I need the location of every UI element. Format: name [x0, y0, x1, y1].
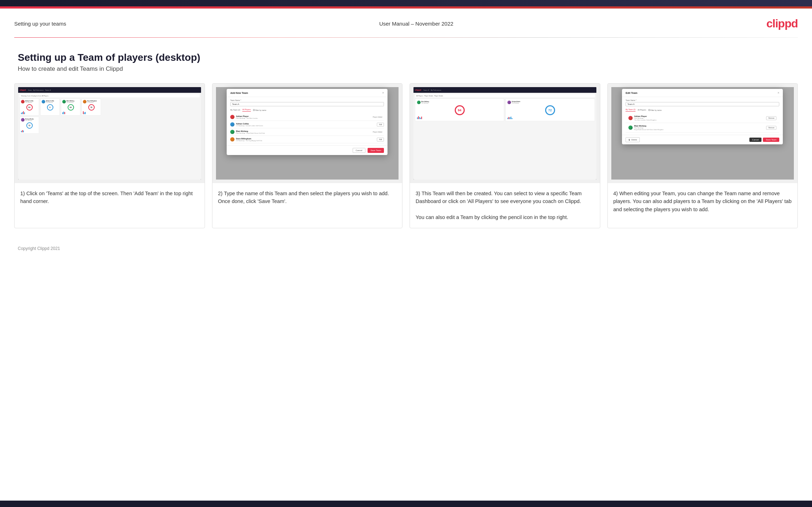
player-row-2: Adrian Coliba 1.5 Handicap · Central Lon…	[230, 121, 384, 128]
dash2-player-card-1: Blair McHarg Plus Handicap 94	[415, 98, 504, 121]
header-center-text: User Manual – November 2022	[379, 21, 453, 27]
player-row-3: Blair McHarg Plus Handicap · Royal North…	[230, 128, 384, 136]
save-team-button[interactable]: Save Team	[368, 148, 384, 153]
edit-modal-footer: 🗑 Delete Cancel Save Team	[622, 135, 783, 144]
edit-modal-header: Edit Team ×	[622, 89, 783, 97]
remove-player-1-button[interactable]: Remove	[766, 116, 776, 120]
avatar-4	[83, 100, 86, 103]
score-94: 94	[68, 104, 74, 111]
dash-nav-items: Home My Performance Teams ▼	[28, 89, 51, 91]
avatar-1	[21, 100, 25, 103]
header-divider	[14, 37, 798, 38]
dash-nav: clippd Home My Performance Teams ▼	[18, 87, 201, 93]
score-72: 72	[26, 122, 33, 129]
dash-player-card-4: Dave Billingham 3.6 Handicap 78	[81, 98, 101, 116]
card-2-text: 2) Type the name of this Team and then s…	[212, 183, 402, 228]
dash-player-card-5: Richard Butler Plus Handicap 72	[20, 117, 39, 134]
edit-team-name-input[interactable]: Team A	[626, 102, 779, 106]
edit-tab-my-team[interactable]: My Team (2)	[626, 108, 636, 112]
dash-players-grid: Adrian Coliba Plus Handicap 84	[20, 98, 200, 116]
dash2-content: All Players Player Details Player Detail…	[413, 93, 596, 180]
cards-container: clippd Home My Performance Teams ▼ Showi…	[0, 83, 812, 242]
card-3: clippd Teams ▼ My Performance All Player…	[410, 83, 600, 228]
avatar-5	[21, 118, 25, 122]
avatar-3	[62, 100, 66, 103]
page-title: Setting up a Team of players (desktop)	[18, 52, 794, 63]
card-1-text: 1) Click on 'Teams' at the top of the sc…	[15, 183, 205, 228]
modal-header: Add New Team ×	[227, 89, 387, 97]
player-avatar-4	[230, 137, 234, 142]
edit-modal-tabs: My Team (2) All Players Filter by name	[626, 108, 779, 112]
player-1-status: Player Added	[371, 116, 384, 119]
edit-cancel-button[interactable]: Cancel	[749, 138, 762, 142]
dash2-bars-1	[417, 116, 502, 119]
add-new-team-modal: Add New Team × Team Name * Team A My Tea…	[227, 89, 387, 155]
player-avatar-2	[230, 122, 234, 127]
edit-team-name-label: Team Name *	[626, 99, 779, 101]
mini-bars-4	[83, 111, 100, 114]
remove-player-2-button[interactable]: Remove	[766, 126, 776, 130]
player-row-1: Adrian Player Plus Handicap · The Shire …	[230, 113, 384, 121]
team-name-label: Team Name *	[230, 99, 384, 101]
edit-modal-close-icon[interactable]: ×	[777, 91, 779, 95]
dash-filter-bar: Showing 4 out of 4 players from: All Pla…	[20, 94, 200, 97]
edit-tab-filter: Filter by name	[648, 109, 662, 111]
tab-my-team[interactable]: My Team (2)	[230, 109, 240, 112]
player-list: Adrian Player Plus Handicap · The Shire …	[230, 113, 384, 143]
delete-button[interactable]: 🗑 Delete	[626, 137, 640, 142]
dash2-avatar-1	[417, 101, 421, 104]
bottom-bar	[0, 501, 812, 507]
edit-modal-title: Edit Team	[626, 92, 637, 94]
modal-background: Add New Team × Team Name * Team A My Tea…	[216, 87, 399, 180]
dash2-players-grid: Blair McHarg Plus Handicap 94	[415, 98, 595, 121]
tab-all-players[interactable]: All Players	[242, 108, 251, 112]
edit-player-info-1: Adrian Player Plus Handicap The Shire Lo…	[634, 115, 765, 121]
player-info-1: Adrian Player Plus Handicap · The Shire …	[236, 115, 369, 119]
edit-save-team-button[interactable]: Save Team	[763, 138, 779, 142]
card-4-text: 4) When editing your Team, you can chang…	[608, 183, 798, 228]
card-3-text: 3) This Team will then be created. You c…	[410, 183, 600, 228]
card-2: Add New Team × Team Name * Team A My Tea…	[212, 83, 403, 228]
dash-content: Showing 4 out of 4 players from: All Pla…	[18, 93, 201, 180]
filter-checkbox[interactable]	[253, 109, 255, 111]
edit-team-modal: Edit Team × Team Name * Team A My Team (…	[622, 89, 783, 144]
cancel-button[interactable]: Cancel	[353, 148, 366, 153]
card-3-screenshot: clippd Teams ▼ My Performance All Player…	[410, 84, 600, 183]
player-info-4: Dave Billingham 3.6 Handicap · The Gog M…	[236, 138, 375, 142]
player-info-3: Blair McHarg Plus Handicap · Royal North…	[236, 130, 369, 134]
player-2-add-button[interactable]: Add	[377, 123, 384, 127]
modal-close-icon[interactable]: ×	[382, 91, 384, 95]
edit-filter-checkbox[interactable]	[648, 109, 650, 111]
card-4: Edit Team × Team Name * Team A My Team (…	[607, 83, 798, 228]
player-4-add-button[interactable]: Add	[377, 138, 384, 142]
edit-modal-body: Team Name * Team A My Team (2) All Playe…	[622, 97, 783, 135]
edit-tab-all-players[interactable]: All Players	[638, 109, 646, 112]
edit-footer-right: Cancel Save Team	[749, 138, 780, 142]
copyright-text: Copyright Clippd 2021	[18, 246, 60, 251]
page-footer: Copyright Clippd 2021	[0, 242, 812, 258]
dash-player-card-2: Adrian Coliba Plus Handicap 0	[40, 98, 60, 116]
dash-player-card-1: Adrian Coliba Plus Handicap 84	[20, 98, 39, 116]
card-2-screenshot: Add New Team × Team Name * Team A My Tea…	[212, 84, 402, 183]
player-3-status: Player Added	[371, 130, 384, 134]
dash2-bars-2	[507, 116, 592, 119]
dash-nav-items-3: Teams ▼ My Performance	[423, 89, 441, 91]
top-bar	[0, 0, 812, 6]
page-subtitle: How to create and edit Teams in Clippd	[18, 65, 794, 73]
header-left-text: Setting up your teams	[14, 21, 66, 27]
mini-bars-3	[62, 111, 79, 114]
edit-player-row-1: Adrian Player Plus Handicap The Shire Lo…	[626, 113, 779, 123]
player-avatar-3	[230, 130, 234, 134]
header: Setting up your teams User Manual – Nove…	[0, 9, 812, 37]
mini-bars-5	[21, 129, 38, 132]
dash2-filter-bar: All Players Player Details Player Detail…	[415, 94, 595, 97]
big-score-94: 94	[455, 105, 465, 115]
edit-player-row-2: Blair McHarg Plus Handicap Royal North D…	[626, 123, 779, 133]
dash-nav-logo: clippd	[20, 89, 26, 91]
player-row-4: Dave Billingham 3.6 Handicap · The Gog M…	[230, 136, 384, 143]
dash-players-grid-2: Richard Butler Plus Handicap 72	[20, 117, 200, 134]
edit-player-avatar-2	[628, 126, 633, 130]
modal-body: Team Name * Team A My Team (2) All Playe…	[227, 97, 387, 145]
edit-player-info-2: Blair McHarg Plus Handicap Royal North D…	[634, 125, 765, 130]
team-name-input[interactable]: Team A	[230, 102, 384, 106]
